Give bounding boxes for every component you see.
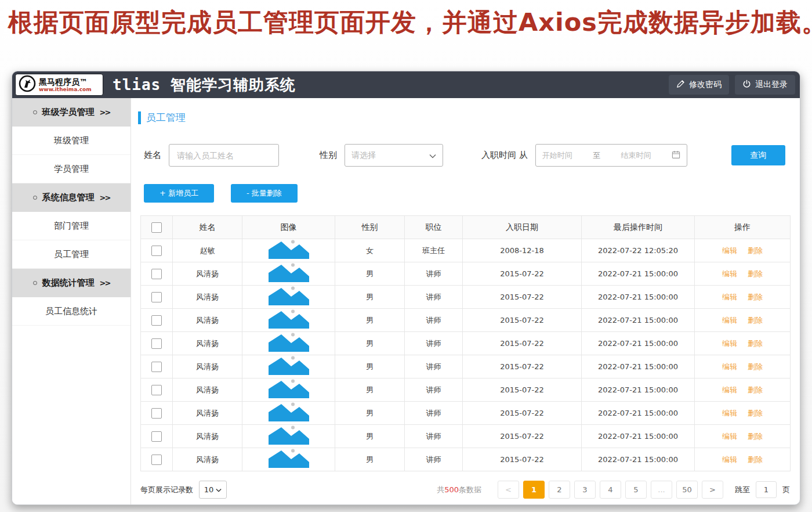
cell-name: 风清扬 bbox=[173, 262, 242, 286]
row-checkbox[interactable] bbox=[151, 385, 162, 395]
edit-link[interactable]: 编辑 bbox=[722, 293, 737, 301]
edit-link[interactable]: 编辑 bbox=[722, 246, 737, 255]
sidebar-item-emp-mgmt[interactable]: 员工管理 bbox=[12, 240, 130, 269]
edit-link[interactable]: 编辑 bbox=[722, 432, 737, 441]
name-input[interactable] bbox=[169, 144, 279, 167]
delete-link[interactable]: 删除 bbox=[748, 246, 763, 255]
logout-button[interactable]: 退出登录 bbox=[735, 75, 795, 95]
edit-link[interactable]: 编辑 bbox=[722, 455, 737, 464]
hire-date-range-picker[interactable]: 开始时间 至 结束时间 bbox=[535, 144, 687, 167]
cell-position: 班主任 bbox=[405, 239, 463, 262]
edit-link[interactable]: 编辑 bbox=[722, 269, 737, 278]
pagination-bar: 每页展示记录数 10 共500条数据 <12345...50> 跳至 页 bbox=[140, 481, 790, 499]
page-button-3[interactable]: 3 bbox=[574, 481, 596, 499]
edit-link[interactable]: 编辑 bbox=[722, 316, 737, 324]
page-button-5[interactable]: 5 bbox=[625, 481, 647, 499]
cell-position: 讲师 bbox=[405, 262, 463, 286]
jump-label: 跳至 bbox=[735, 485, 750, 495]
cell-last-op: 2022-07-21 15:00:00 bbox=[582, 448, 695, 471]
row-checkbox[interactable] bbox=[151, 246, 162, 256]
next-page-button[interactable]: > bbox=[702, 481, 723, 499]
delete-link[interactable]: 删除 bbox=[748, 269, 763, 278]
row-checkbox[interactable] bbox=[151, 269, 162, 279]
chevron-double-right-icon: >> bbox=[100, 108, 110, 117]
app-window: 黑马程序员™ www.itheima.com tlias 智能学习辅助系统 修改… bbox=[12, 71, 800, 505]
batch-delete-button[interactable]: - 批量删除 bbox=[231, 184, 298, 203]
delete-link[interactable]: 删除 bbox=[748, 362, 763, 371]
table-row: 风清扬男讲师2015-07-222022-07-21 15:00:00编辑删除 bbox=[141, 309, 791, 332]
hire-date-label: 入职时间 从 bbox=[481, 150, 528, 161]
brand-name: 黑马程序员™ bbox=[39, 77, 92, 86]
sidebar-item-student-mgmt[interactable]: 学员管理 bbox=[12, 155, 130, 183]
bullet-icon bbox=[33, 281, 37, 285]
sidebar-item-emp-info-stats[interactable]: 员工信息统计 bbox=[12, 297, 130, 326]
cell-position: 讲师 bbox=[405, 402, 463, 425]
col-gender: 性别 bbox=[335, 216, 405, 239]
row-checkbox[interactable] bbox=[151, 362, 162, 372]
image-placeholder-icon bbox=[266, 262, 312, 283]
main-content: 员工管理 姓名 性别 请选择 入职时间 从 开始时间 至 结束时间 bbox=[131, 98, 800, 505]
page-title: 员工管理 bbox=[146, 111, 186, 124]
jump-page-input[interactable] bbox=[756, 481, 777, 498]
row-checkbox[interactable] bbox=[151, 408, 162, 419]
cell-name: 风清扬 bbox=[173, 402, 242, 425]
sidebar-item-dept-mgmt[interactable]: 部门管理 bbox=[12, 212, 130, 240]
sidebar-group-class-student[interactable]: 班级学员管理 >> bbox=[12, 98, 130, 127]
row-checkbox[interactable] bbox=[151, 292, 162, 302]
search-button[interactable]: 查询 bbox=[731, 145, 785, 165]
cell-last-op: 2022-07-21 15:00:00 bbox=[582, 332, 695, 355]
row-checkbox[interactable] bbox=[151, 338, 162, 349]
delete-link[interactable]: 删除 bbox=[748, 316, 763, 324]
table-row: 风清扬男讲师2015-07-222022-07-21 15:00:00编辑删除 bbox=[141, 425, 791, 448]
delete-link[interactable]: 删除 bbox=[748, 293, 763, 301]
cell-hire-date: 2015-07-22 bbox=[463, 309, 582, 332]
sidebar-group-system-info[interactable]: 系统信息管理 >> bbox=[12, 183, 130, 212]
edit-link[interactable]: 编辑 bbox=[722, 362, 737, 371]
change-password-button[interactable]: 修改密码 bbox=[669, 75, 729, 95]
row-checkbox[interactable] bbox=[151, 455, 162, 465]
delete-link[interactable]: 删除 bbox=[748, 409, 763, 417]
row-checkbox[interactable] bbox=[151, 431, 162, 442]
page-button-2[interactable]: 2 bbox=[549, 481, 570, 499]
edit-link[interactable]: 编辑 bbox=[722, 385, 737, 394]
employee-table: 姓名 图像 性别 职位 入职日期 最后操作时间 操作 赵敏女班主任2008-12… bbox=[140, 215, 791, 471]
chevron-double-right-icon: >> bbox=[100, 279, 110, 287]
sidebar-group-data-stats[interactable]: 数据统计管理 >> bbox=[12, 269, 130, 297]
row-checkbox[interactable] bbox=[151, 315, 162, 326]
sidebar-item-class-mgmt[interactable]: 班级管理 bbox=[12, 127, 130, 155]
end-date-placeholder: 结束时间 bbox=[621, 150, 651, 161]
delete-link[interactable]: 删除 bbox=[748, 432, 763, 441]
delete-link[interactable]: 删除 bbox=[748, 455, 763, 464]
image-placeholder-icon bbox=[266, 402, 312, 423]
select-all-checkbox[interactable] bbox=[151, 222, 162, 233]
cell-last-op: 2022-07-21 15:00:00 bbox=[582, 425, 695, 448]
horse-logo-icon bbox=[19, 75, 36, 95]
table-row: 赵敏女班主任2008-12-182022-07-22 12:05:20编辑删除 bbox=[141, 239, 791, 262]
add-employee-button[interactable]: + 新增员工 bbox=[144, 184, 214, 203]
table-row: 风清扬男讲师2015-07-222022-07-21 15:00:00编辑删除 bbox=[141, 402, 791, 425]
col-operations: 操作 bbox=[695, 216, 791, 239]
range-separator: 至 bbox=[593, 150, 600, 161]
cell-last-op: 2022-07-21 15:00:00 bbox=[582, 262, 695, 286]
table-row: 风清扬男讲师2015-07-222022-07-21 15:00:00编辑删除 bbox=[141, 448, 791, 471]
page-size-select[interactable]: 10 bbox=[199, 481, 227, 499]
delete-link[interactable]: 删除 bbox=[748, 385, 763, 394]
edit-link[interactable]: 编辑 bbox=[722, 339, 737, 348]
brand-logo: 黑马程序员™ www.itheima.com bbox=[15, 74, 103, 96]
cell-position: 讲师 bbox=[405, 332, 463, 355]
ellipsis-button[interactable]: ... bbox=[651, 481, 672, 499]
page-button-4[interactable]: 4 bbox=[600, 481, 621, 499]
delete-link[interactable]: 删除 bbox=[748, 339, 763, 348]
cell-gender: 男 bbox=[335, 355, 405, 378]
image-placeholder-icon bbox=[266, 286, 312, 307]
app-title: tlias 智能学习辅助系统 bbox=[113, 75, 296, 95]
edit-link[interactable]: 编辑 bbox=[722, 409, 737, 417]
page-button-1[interactable]: 1 bbox=[523, 481, 545, 499]
cell-name: 风清扬 bbox=[173, 425, 242, 448]
cell-position: 讲师 bbox=[405, 286, 463, 309]
app-header: 黑马程序员™ www.itheima.com tlias 智能学习辅助系统 修改… bbox=[12, 71, 800, 98]
page-button-50[interactable]: 50 bbox=[676, 481, 698, 499]
image-placeholder-icon bbox=[266, 355, 312, 376]
prev-page-button[interactable]: < bbox=[498, 481, 519, 499]
gender-select[interactable]: 请选择 bbox=[345, 144, 443, 167]
